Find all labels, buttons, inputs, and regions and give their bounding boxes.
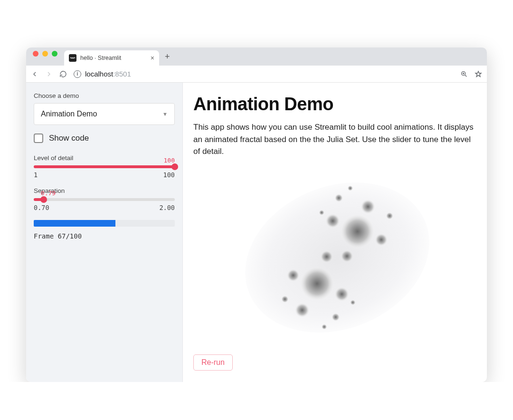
main-panel: Animation Demo This app shows how you ca…: [183, 83, 487, 382]
show-code-checkbox-row[interactable]: Show code: [34, 134, 175, 143]
separation-slider-min: 0.70: [34, 204, 49, 211]
rerun-button[interactable]: Re-run: [193, 354, 233, 371]
url-host: localhost: [85, 70, 113, 78]
separation-slider-max: 2.00: [159, 204, 175, 211]
maximize-window-icon[interactable]: [52, 51, 57, 57]
show-code-checkbox[interactable]: [34, 134, 43, 143]
zoom-icon[interactable]: [460, 70, 468, 78]
frame-text: Frame 67/100: [34, 232, 175, 240]
sidebar: Choose a demo Animation Demo ▼ Show code…: [26, 83, 183, 382]
back-icon[interactable]: [31, 70, 38, 78]
reload-icon[interactable]: [59, 70, 67, 78]
page-title: Animation Demo: [193, 94, 476, 115]
separation-slider-value: 0.79: [41, 190, 56, 197]
site-info-icon[interactable]: i: [74, 70, 81, 78]
detail-slider[interactable]: 100: [34, 165, 175, 168]
detail-slider-thumb[interactable]: [171, 163, 178, 170]
window-controls: [33, 51, 57, 57]
browser-window: 〰 hello · Streamlit × + i localhost:8501: [26, 48, 487, 382]
separation-slider-group: Separation 0.79 0.70 2.00: [34, 187, 175, 211]
detail-slider-max: 100: [163, 171, 175, 179]
browser-tab[interactable]: 〰 hello · Streamlit ×: [64, 50, 159, 66]
detail-slider-label: Level of detail: [34, 154, 175, 162]
minimize-window-icon[interactable]: [42, 51, 48, 57]
url-port: :8501: [113, 70, 131, 78]
progress-fill: [34, 220, 115, 227]
demo-select-value: Animation Demo: [41, 110, 97, 118]
detail-slider-group: Level of detail 100 1 100: [34, 154, 175, 179]
detail-slider-fill: [34, 165, 175, 168]
separation-slider[interactable]: 0.79: [34, 198, 175, 201]
tab-bar: 〰 hello · Streamlit × +: [26, 48, 487, 66]
page-content: Choose a demo Animation Demo ▼ Show code…: [26, 83, 487, 382]
forward-icon: [45, 70, 53, 78]
address-bar: i localhost:8501: [26, 66, 487, 83]
detail-slider-value: 100: [164, 157, 175, 164]
separation-slider-thumb[interactable]: [40, 196, 47, 203]
show-code-label: Show code: [49, 134, 89, 143]
choose-demo-label: Choose a demo: [34, 92, 175, 99]
page-description: This app shows how you can use Streamlit…: [193, 121, 476, 158]
detail-slider-min: 1: [34, 171, 38, 179]
new-tab-button[interactable]: +: [159, 52, 176, 62]
demo-select[interactable]: Animation Demo ▼: [34, 103, 175, 125]
chevron-down-icon: ▼: [162, 111, 168, 117]
close-tab-icon[interactable]: ×: [151, 54, 154, 62]
url-field[interactable]: i localhost:8501: [74, 70, 454, 78]
tab-favicon: 〰: [69, 54, 76, 62]
close-window-icon[interactable]: [33, 51, 38, 57]
bookmark-star-icon[interactable]: [475, 70, 482, 78]
progress-bar: [34, 220, 175, 227]
fractal-image: [193, 158, 476, 353]
tab-title: hello · Streamlit: [80, 55, 121, 61]
